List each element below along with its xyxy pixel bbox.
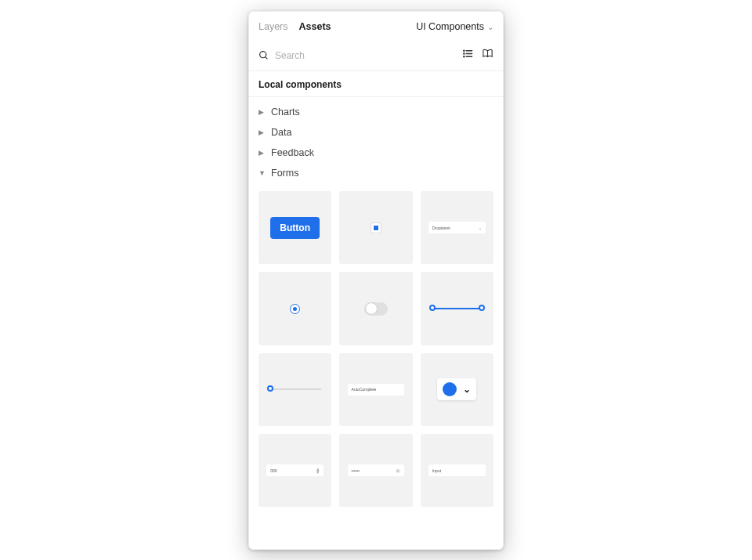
search-row (249, 40, 503, 71)
category-forms[interactable]: ▼ Forms (249, 163, 503, 183)
category-tree: ▶ Charts ▶ Data ▶ Feedback ▼ Forms (249, 97, 503, 188)
component-text-input[interactable]: Input (421, 434, 494, 507)
component-dropdown[interactable]: Dropdown ⌄ (421, 191, 494, 264)
collapsed-arrow-icon: ▶ (258, 108, 266, 116)
page-selector-label: UI Components (416, 21, 484, 32)
panel-tabs: Layers Assets (258, 21, 331, 32)
svg-point-3 (464, 50, 465, 51)
svg-line-1 (266, 57, 267, 59)
range-slider-preview (431, 308, 483, 309)
slider-preview (269, 388, 321, 390)
text-input-preview: Input (428, 464, 486, 476)
radio-preview (291, 305, 299, 313)
switch-preview (364, 302, 388, 316)
component-slider[interactable] (258, 353, 331, 426)
autocomplete-label: AutoComplete (352, 387, 377, 392)
component-color-picker[interactable]: ⌄ (421, 353, 494, 426)
component-password-input[interactable]: •••••• ◉ (339, 434, 412, 507)
category-feedback[interactable]: ▶ Feedback (249, 143, 503, 163)
input-label: Input (432, 468, 441, 473)
search-icon (258, 50, 269, 60)
category-data[interactable]: ▶ Data (249, 122, 503, 143)
component-radio[interactable] (258, 272, 331, 345)
button-preview: Button (270, 217, 320, 239)
category-label: Forms (271, 168, 298, 179)
search-input[interactable] (275, 50, 456, 61)
number-value: 000 (270, 468, 277, 473)
list-view-icon[interactable] (462, 48, 474, 63)
color-swatch-icon (443, 382, 457, 396)
assets-panel: Layers Assets UI Components ⌄ (248, 11, 504, 550)
component-button[interactable]: Button (258, 191, 331, 264)
svg-point-5 (464, 53, 465, 54)
expanded-arrow-icon: ▼ (258, 169, 266, 177)
password-input-preview: •••••• ◉ (348, 464, 405, 476)
color-picker-preview: ⌄ (437, 378, 476, 400)
panel-header: Layers Assets UI Components ⌄ (249, 12, 503, 40)
slider-handle-icon (429, 305, 436, 311)
category-label: Feedback (271, 147, 314, 158)
dropdown-label: Dropdown (432, 226, 450, 230)
library-icon[interactable] (482, 48, 494, 63)
stepper-icon: ▴▾ (316, 468, 320, 474)
component-range-slider[interactable] (421, 272, 494, 345)
component-autocomplete[interactable]: AutoComplete (339, 353, 412, 426)
chevron-down-icon: ⌄ (479, 226, 482, 230)
eye-icon: ◉ (396, 468, 400, 474)
svg-point-7 (464, 56, 465, 57)
dropdown-preview: Dropdown ⌄ (428, 222, 486, 233)
section-header: Local components (249, 71, 503, 97)
svg-point-0 (260, 52, 266, 58)
category-charts[interactable]: ▶ Charts (249, 102, 503, 122)
component-switch[interactable] (339, 272, 412, 345)
components-grid: Button Dropdown ⌄ (249, 188, 503, 516)
tab-layers[interactable]: Layers (258, 21, 288, 32)
password-value: •••••• (352, 468, 360, 473)
page-selector[interactable]: UI Components ⌄ (416, 21, 494, 32)
switch-knob (366, 303, 377, 314)
collapsed-arrow-icon: ▶ (258, 149, 266, 157)
slider-handle-icon (479, 305, 485, 311)
number-input-preview: 000 ▴▾ (266, 464, 324, 476)
category-label: Data (271, 127, 291, 138)
slider-handle-icon (267, 385, 273, 392)
component-checkbox[interactable] (339, 191, 412, 264)
tab-assets[interactable]: Assets (299, 21, 331, 32)
category-label: Charts (271, 107, 300, 117)
component-number-input[interactable]: 000 ▴▾ (258, 434, 331, 507)
autocomplete-preview: AutoComplete (348, 384, 405, 396)
checkbox-preview (371, 223, 381, 233)
view-mode-icons (462, 48, 494, 63)
collapsed-arrow-icon: ▶ (258, 128, 266, 136)
chevron-down-icon: ⌄ (487, 23, 494, 31)
chevron-down-icon: ⌄ (463, 384, 471, 395)
